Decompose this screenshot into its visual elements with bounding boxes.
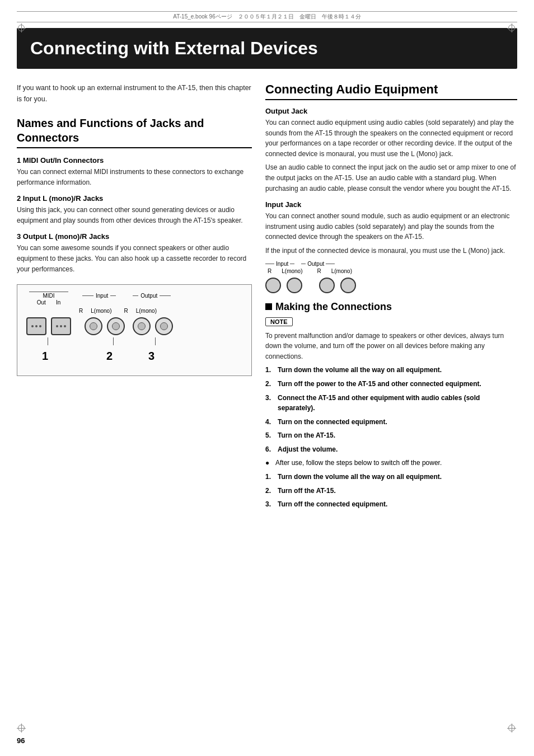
making-connections-title: Making the Connections — [265, 301, 517, 313]
midi-label: MIDI — [29, 292, 68, 299]
input-l-jack — [107, 317, 125, 335]
output-jack-body1: You can connect audio equipment using au… — [265, 118, 517, 159]
note-container: NOTE To prevent malfunction and/or damag… — [265, 317, 517, 362]
corner-mark-br — [507, 724, 517, 734]
step-4: 4. Turn on the connected equipment. — [265, 417, 517, 428]
item-2-body: Using this jack, you can connect other s… — [17, 205, 252, 226]
content-area: If you want to hook up an external instr… — [17, 82, 517, 513]
steps-list: 1. Turn down the volume all the way on a… — [265, 365, 517, 454]
small-jack-3 — [319, 278, 335, 293]
diagram-num-2: 2 — [106, 350, 113, 363]
output-label: Output — [140, 293, 157, 299]
step-6: 6. Adjust the volume. — [265, 444, 517, 455]
output-r-jack — [133, 317, 151, 335]
item-2: 2 Input L (mono)/R Jacks Using this jack… — [17, 194, 252, 226]
midi-out-label: Out — [37, 299, 46, 306]
item-1-title: 1 MIDI Out/In Connectors — [17, 156, 252, 165]
output-jack-body2: Use an audio cable to connect the input … — [265, 162, 517, 194]
small-output-label: Output — [307, 261, 324, 267]
midi-in-label: In — [56, 299, 60, 306]
small-jack-2 — [287, 278, 302, 293]
note-text: To prevent malfunction and/or damage to … — [265, 331, 517, 362]
l-mono-label-2: L(mono) — [136, 308, 157, 314]
note-label: NOTE — [265, 317, 293, 326]
item-3: 3 Output L (mono)/R Jacks You can some a… — [17, 232, 252, 274]
left-section-title: Names and Functions of Jacks and Connect… — [17, 116, 252, 148]
input-jack-body2: If the input of the connected device is … — [265, 246, 517, 256]
output-jack-section: Output Jack You can connect audio equipm… — [265, 107, 517, 194]
midi-connectors — [26, 317, 71, 335]
item-1-body: You can connect external MIDI instrument… — [17, 167, 252, 187]
input-jacks — [85, 317, 125, 335]
step-1: 1. Turn down the volume all the way on a… — [265, 365, 517, 375]
left-column: If you want to hook up an external instr… — [17, 82, 252, 513]
right-section-title: Connecting Audio Equipment — [265, 82, 517, 100]
after-use-note: ● After use, follow the steps below to s… — [265, 458, 517, 468]
output-jack-title: Output Jack — [265, 107, 517, 115]
page: AT-15_e.book 96ページ ２００５年１月２１日 金曜日 午後８時１４… — [0, 0, 534, 756]
l-mono-label-1: L(mono) — [91, 308, 111, 314]
item-2-title: 2 Input L (mono)/R Jacks — [17, 194, 252, 203]
input-jack-section: Input Jack You can connect another sound… — [265, 200, 517, 256]
small-connector-diagram: Input Output R L(mono) R L(mono) — [265, 261, 517, 293]
input-jack-title: Input Jack — [265, 200, 517, 209]
small-r-label-1: R — [268, 268, 271, 274]
after-step-2: 2. Turn off the AT-15. — [265, 486, 517, 496]
step-3: 3. Connect the AT-15 and other equipment… — [265, 393, 517, 414]
small-l-mono-label-1: L(mono) — [282, 268, 302, 274]
small-input-label: Input — [276, 261, 288, 267]
r-label-1: R — [79, 308, 83, 314]
book-info: AT-15_e.book 96ページ ２００５年１月２１日 金曜日 午後８時１４… — [17, 11, 517, 22]
diagram-num-3: 3 — [148, 350, 154, 363]
after-step-3: 3. Turn off the connected equipment. — [265, 499, 517, 510]
small-r-label-2: R — [317, 268, 321, 274]
item-3-body: You can some awesome sounds if you conne… — [17, 243, 252, 274]
corner-mark-tr — [507, 24, 517, 34]
corner-mark-bl — [17, 724, 27, 734]
item-3-title: 3 Output L (mono)/R Jacks — [17, 232, 252, 241]
midi-out-connector — [26, 317, 46, 335]
square-icon — [265, 303, 272, 310]
small-jack-1 — [265, 278, 281, 293]
step-2: 2. Turn off the power to the AT-15 and o… — [265, 379, 517, 389]
input-jack-body1: You can connect another sound module, su… — [265, 211, 517, 242]
page-title: Connecting with External Devices — [17, 28, 517, 69]
after-steps-list: 1. Turn down the volume all the way on a… — [265, 472, 517, 510]
connector-diagram: MIDI Out In Input — [17, 284, 252, 376]
after-step-1: 1. Turn down the volume all the way on a… — [265, 472, 517, 482]
making-connections-section: Making the Connections NOTE To prevent m… — [265, 301, 517, 510]
input-label: Input — [96, 293, 108, 299]
small-l-mono-label-2: L(mono) — [331, 268, 352, 274]
input-r-jack — [85, 317, 102, 335]
intro-paragraph: If you want to hook up an external instr… — [17, 82, 252, 105]
midi-in-connector — [51, 317, 71, 335]
page-number: 96 — [17, 736, 25, 745]
right-column: Connecting Audio Equipment Output Jack Y… — [265, 82, 517, 513]
step-5: 5. Turn on the AT-15. — [265, 430, 517, 441]
corner-mark-tl — [17, 24, 27, 34]
item-1: 1 MIDI Out/In Connectors You can connect… — [17, 156, 252, 187]
diagram-num-1: 1 — [42, 350, 48, 363]
output-jacks — [133, 317, 173, 335]
small-jack-4 — [340, 278, 356, 293]
output-l-jack — [155, 317, 173, 335]
r-label-2: R — [124, 308, 128, 314]
